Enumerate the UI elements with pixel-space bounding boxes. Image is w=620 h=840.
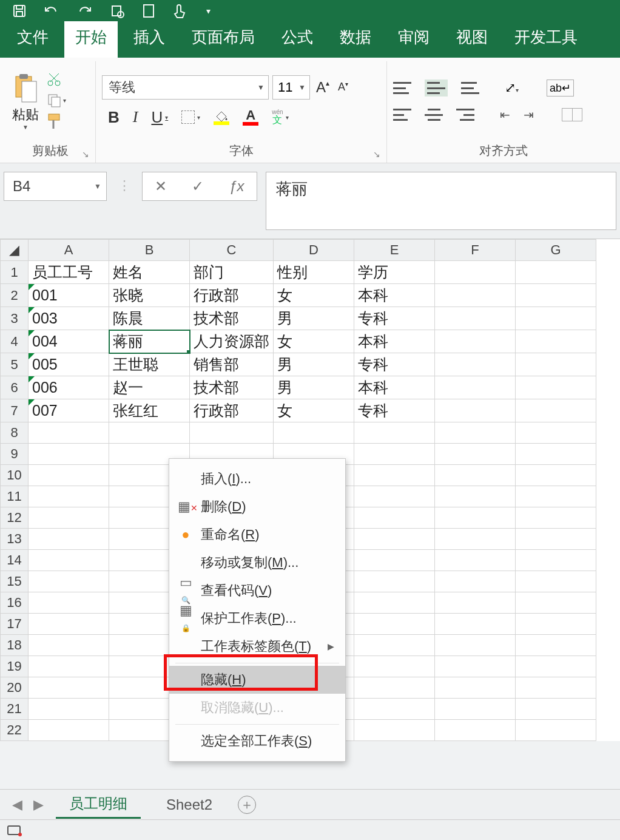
new-file-icon[interactable] <box>142 3 155 19</box>
orientation-button[interactable]: ⤢▾ <box>505 80 519 96</box>
cell[interactable] <box>29 465 109 486</box>
cell[interactable] <box>435 399 516 422</box>
cell[interactable]: 赵一 <box>109 376 190 399</box>
cell[interactable] <box>516 656 596 677</box>
cell[interactable]: 陈晨 <box>109 307 190 330</box>
cell[interactable] <box>29 699 109 720</box>
tab-review[interactable]: 审阅 <box>387 21 440 58</box>
cell[interactable] <box>354 465 435 486</box>
cell[interactable] <box>29 529 109 550</box>
column-header[interactable]: D <box>274 240 354 261</box>
align-right-icon[interactable] <box>456 109 474 121</box>
row-header[interactable]: 1 <box>1 261 29 284</box>
cell[interactable] <box>354 571 435 592</box>
cell[interactable] <box>516 699 596 720</box>
print-preview-icon[interactable] <box>109 3 125 19</box>
menu-tab-color[interactable]: 工作表标签颜色(T)▶ <box>169 632 345 660</box>
row-header[interactable]: 9 <box>1 444 29 465</box>
cell[interactable] <box>29 614 109 635</box>
row-header[interactable]: 21 <box>1 699 29 720</box>
column-header[interactable]: G <box>516 240 596 261</box>
cell[interactable]: 张晓 <box>109 284 190 307</box>
font-color-button[interactable]: A <box>243 109 258 126</box>
cell[interactable]: 005 <box>29 353 109 376</box>
row-header[interactable]: 4 <box>1 330 29 353</box>
cancel-formula-icon[interactable]: ✕ <box>155 178 167 195</box>
row-header[interactable]: 18 <box>1 635 29 656</box>
cell[interactable] <box>516 720 596 741</box>
cell[interactable] <box>435 376 516 399</box>
cell[interactable]: 行政部 <box>190 399 274 422</box>
cell[interactable]: 行政部 <box>190 284 274 307</box>
cell[interactable] <box>435 699 516 720</box>
menu-protect-sheet[interactable]: ▦🔒保护工作表(P)... <box>169 605 345 632</box>
cell[interactable] <box>29 507 109 529</box>
tab-page-layout[interactable]: 页面布局 <box>181 21 266 58</box>
borders-button[interactable]: ▾ <box>181 110 200 124</box>
cell[interactable] <box>435 592 516 614</box>
paste-button[interactable]: 粘贴 ▼ <box>11 72 40 130</box>
cell[interactable] <box>190 422 274 444</box>
tab-data[interactable]: 数据 <box>329 21 382 58</box>
cell[interactable] <box>354 422 435 444</box>
tab-scroll-left-icon[interactable]: ◀ <box>12 797 22 813</box>
cell[interactable]: 007 <box>29 399 109 422</box>
cell[interactable] <box>354 550 435 571</box>
cell[interactable] <box>435 444 516 465</box>
cell[interactable] <box>516 261 596 284</box>
align-top-icon[interactable] <box>393 82 411 94</box>
touch-mode-icon[interactable] <box>172 3 189 19</box>
row-header[interactable]: 17 <box>1 614 29 635</box>
row-header[interactable]: 16 <box>1 592 29 614</box>
row-header[interactable]: 5 <box>1 353 29 376</box>
cell[interactable] <box>435 677 516 699</box>
tab-view[interactable]: 视图 <box>445 21 499 58</box>
paste-dropdown-icon[interactable]: ▼ <box>22 124 29 130</box>
undo-icon[interactable] <box>44 4 59 18</box>
select-all-corner[interactable]: ◢ <box>1 240 29 261</box>
cell[interactable] <box>435 507 516 529</box>
cell[interactable] <box>435 261 516 284</box>
cell[interactable] <box>29 677 109 699</box>
merge-button[interactable] <box>562 108 582 121</box>
cell[interactable] <box>435 571 516 592</box>
increase-indent-icon[interactable]: ⇥ <box>524 107 534 122</box>
cell[interactable]: 员工工号 <box>29 261 109 284</box>
font-name-combo[interactable]: 等线▼ <box>102 75 269 100</box>
column-header[interactable]: E <box>354 240 435 261</box>
new-sheet-button[interactable]: ＋ <box>238 796 256 814</box>
increase-font-icon[interactable]: A▴ <box>314 79 332 96</box>
cell[interactable]: 部门 <box>190 261 274 284</box>
column-header[interactable]: B <box>109 240 190 261</box>
cell[interactable] <box>435 635 516 656</box>
cell[interactable] <box>435 656 516 677</box>
cell[interactable]: 006 <box>29 376 109 399</box>
cell[interactable]: 张红红 <box>109 399 190 422</box>
copy-button[interactable]: ▾ <box>46 92 66 108</box>
tab-insert[interactable]: 插入 <box>123 21 176 58</box>
cell[interactable]: 女 <box>274 330 354 353</box>
cell[interactable] <box>516 444 596 465</box>
tab-scroll-right-icon[interactable]: ▶ <box>33 797 44 813</box>
row-header[interactable]: 7 <box>1 399 29 422</box>
cell[interactable]: 男 <box>274 307 354 330</box>
cell[interactable] <box>435 486 516 507</box>
cell[interactable] <box>354 614 435 635</box>
cell[interactable]: 学历 <box>354 261 435 284</box>
cell[interactable] <box>516 399 596 422</box>
align-center-icon[interactable] <box>425 109 443 121</box>
row-header[interactable]: 10 <box>1 465 29 486</box>
cell[interactable] <box>109 422 190 444</box>
formula-input[interactable]: 蒋丽 <box>266 172 616 230</box>
tab-formulas[interactable]: 公式 <box>271 21 324 58</box>
row-header[interactable]: 11 <box>1 486 29 507</box>
tab-developer[interactable]: 开发工具 <box>504 21 588 58</box>
row-header[interactable]: 14 <box>1 550 29 571</box>
tab-file[interactable]: 文件 <box>6 21 59 58</box>
cell[interactable] <box>29 571 109 592</box>
cell[interactable] <box>29 550 109 571</box>
cell[interactable] <box>516 486 596 507</box>
decrease-font-icon[interactable]: A▾ <box>335 81 351 93</box>
cell[interactable] <box>516 353 596 376</box>
cell[interactable] <box>29 720 109 741</box>
